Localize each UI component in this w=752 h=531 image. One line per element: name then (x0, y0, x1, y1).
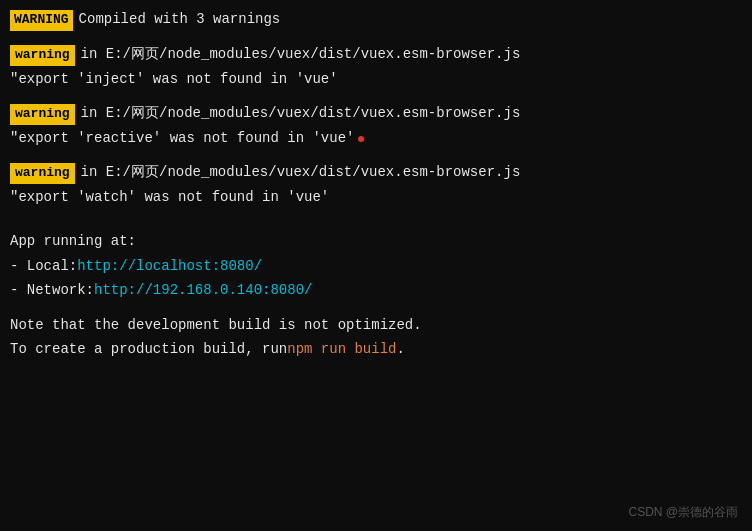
empty-line-5 (10, 220, 742, 230)
note-text-2a: To create a production build, run (10, 338, 287, 360)
warning-path-2: in E:/网页/node_modules/vuex/dist/vuex.esm… (81, 102, 521, 124)
empty-line-4 (10, 210, 742, 220)
local-label: - Local: (10, 255, 77, 277)
warning-line-3: warning in E:/网页/node_modules/vuex/dist/… (10, 161, 742, 184)
red-dot (358, 136, 364, 142)
badge-warning-2: warning (10, 104, 75, 125)
app-running-label: App running at: (10, 230, 742, 252)
npm-run-build-text: npm run build (287, 338, 396, 360)
empty-line-2 (10, 92, 742, 102)
warning-msg-3: "export 'watch' was not found in 'vue' (10, 186, 742, 208)
warning-msg-2: "export 'reactive' was not found in 'vue… (10, 127, 742, 149)
warning-msg-text-3: "export 'watch' was not found in 'vue' (10, 186, 329, 208)
network-url[interactable]: http://192.168.0.140:8080/ (94, 279, 312, 301)
note-text-1: Note that the development build is not o… (10, 314, 422, 336)
badge-warning-1: warning (10, 45, 75, 66)
watermark: CSDN @崇德的谷雨 (628, 504, 738, 521)
warning-compiled-text: Compiled with 3 warnings (79, 8, 281, 30)
warning-line-1: warning in E:/网页/node_modules/vuex/dist/… (10, 43, 742, 66)
note-line-1: Note that the development build is not o… (10, 314, 742, 336)
empty-line-6 (10, 304, 742, 314)
empty-line-1 (10, 33, 742, 43)
local-url-line: - Local: http://localhost:8080/ (10, 255, 742, 277)
empty-line-3 (10, 151, 742, 161)
warning-msg-text-2: "export 'reactive' was not found in 'vue… (10, 127, 354, 149)
local-url[interactable]: http://localhost:8080/ (77, 255, 262, 277)
warning-path-3: in E:/网页/node_modules/vuex/dist/vuex.esm… (81, 161, 521, 183)
warning-path-1: in E:/网页/node_modules/vuex/dist/vuex.esm… (81, 43, 521, 65)
warning-msg-text-1: "export 'inject' was not found in 'vue' (10, 68, 338, 90)
note-text-2b: . (396, 338, 404, 360)
badge-warning-caps-1: WARNING (10, 10, 73, 31)
note-line-2: To create a production build, run npm ru… (10, 338, 742, 360)
line-warning-compiled: WARNING Compiled with 3 warnings (10, 8, 742, 31)
terminal-container: WARNING Compiled with 3 warnings warning… (0, 0, 752, 531)
network-label: - Network: (10, 279, 94, 301)
app-running-text: App running at: (10, 230, 136, 252)
warning-line-2: warning in E:/网页/node_modules/vuex/dist/… (10, 102, 742, 125)
network-url-line: - Network: http://192.168.0.140:8080/ (10, 279, 742, 301)
warning-msg-1: "export 'inject' was not found in 'vue' (10, 68, 742, 90)
badge-warning-3: warning (10, 163, 75, 184)
